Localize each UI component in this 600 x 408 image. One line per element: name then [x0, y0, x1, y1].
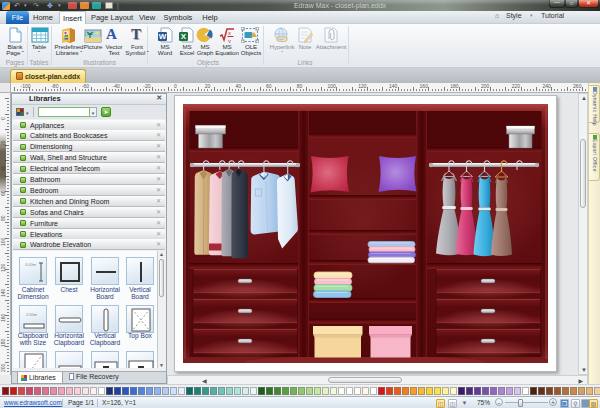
svg-text:X: X	[181, 32, 187, 41]
svg-text:4.00m: 4.00m	[25, 262, 37, 267]
svg-text:x: x	[228, 30, 231, 36]
svg-text:W: W	[159, 32, 167, 41]
svg-text:2.00m: 2.00m	[26, 312, 38, 317]
